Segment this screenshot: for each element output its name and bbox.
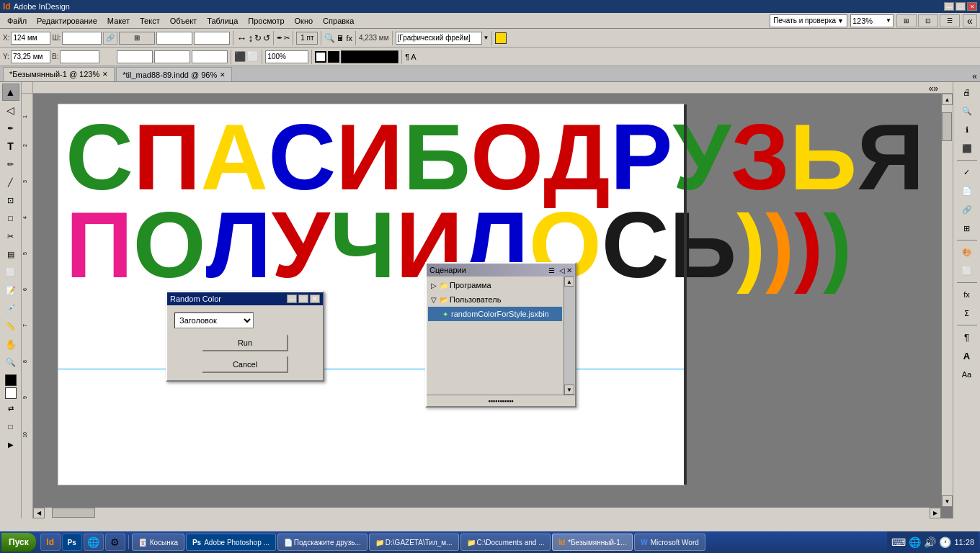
taskbar-icon-misc1[interactable]: 🌐 — [84, 534, 104, 551]
tool-normal-mode[interactable]: □ — [2, 418, 19, 435]
dialog-run-btn[interactable]: Run — [202, 334, 288, 351]
stroke-swatch[interactable] — [328, 51, 339, 63]
taskbar-gazeta[interactable]: 📁 D:\GAZETA\Тил_м... — [369, 534, 459, 551]
fill-color-tool[interactable] — [5, 374, 17, 386]
stroke-color-tool[interactable] — [5, 387, 17, 399]
right-btn-effects[interactable]: fx — [957, 286, 977, 303]
dialog-close-btn[interactable]: ✕ — [310, 295, 320, 303]
align-left-icon[interactable]: ⬛ — [234, 51, 246, 62]
panels-collapse-icon[interactable]: « — [972, 71, 977, 81]
transform-origin[interactable]: ⊞ — [119, 32, 155, 45]
scripts-panel-title[interactable]: Сценарии ☰ ◁ ✕ — [427, 264, 575, 276]
x-scale-input[interactable] — [117, 50, 153, 63]
right-btn-2[interactable]: 🔍 — [957, 102, 977, 120]
taskbar-icon-id[interactable]: Id — [40, 534, 61, 551]
calculator-icon[interactable]: 🖩 — [337, 34, 344, 42]
v-scroll-thumb[interactable] — [942, 112, 952, 141]
right-btn-check[interactable]: ✓ — [957, 163, 977, 181]
tab-til-close[interactable]: ✕ — [220, 71, 226, 78]
frame-type-dropdown[interactable]: [Графический фрейм] — [396, 32, 482, 45]
taskbar-podskajite[interactable]: 📄 Подскажите друзь... — [277, 534, 368, 551]
color-swatch[interactable] — [495, 32, 507, 44]
tool-pen[interactable]: ✒ — [2, 120, 19, 137]
right-btn-color[interactable]: 🎨 — [957, 243, 977, 261]
tool-gradient[interactable]: ▤ — [2, 246, 19, 263]
menu-object[interactable]: Объект — [166, 15, 201, 27]
h-scroll-left-btn[interactable]: ◀ — [33, 508, 45, 518]
right-btn-layers[interactable]: ⬛ — [957, 140, 977, 157]
x-input[interactable] — [11, 32, 50, 45]
menu-window[interactable]: Окно — [290, 15, 318, 27]
taskbar-word[interactable]: W Microsoft Word — [634, 534, 705, 551]
zoom-in-icon[interactable]: 🔍 — [324, 33, 335, 43]
search-dropdown-icon[interactable]: ▼ — [837, 17, 844, 24]
menu-edit[interactable]: Редактирование — [32, 15, 102, 27]
menu-view[interactable]: Просмотр — [244, 15, 288, 27]
y-input[interactable] — [11, 50, 50, 63]
scripts-item-user[interactable]: ▽ 📂 Пользователь — [428, 292, 562, 307]
rotate-ccw-icon[interactable]: ↺ — [263, 33, 270, 43]
scripts-scroll-down[interactable]: ▼ — [564, 385, 574, 395]
rotate-cw-icon[interactable]: ↻ — [254, 33, 262, 43]
taskbar-photoshop[interactable]: Ps Adobe Photoshop ... — [186, 534, 276, 551]
close-button[interactable]: ✕ — [967, 2, 977, 11]
v-scroll-down-btn[interactable]: ▼ — [942, 495, 953, 507]
maximize-button[interactable]: □ — [956, 2, 966, 11]
tool-note[interactable]: 📝 — [2, 282, 19, 299]
rotation2-input[interactable] — [192, 50, 228, 63]
dialog-style-select[interactable]: Заголовок — [174, 313, 254, 328]
tool-measure[interactable]: 📏 — [2, 318, 19, 335]
scripts-panel-collapse-left[interactable]: ◁ — [559, 266, 565, 274]
tool-scissors[interactable]: ✂ — [2, 228, 19, 245]
v-scrollbar[interactable]: ▲ ▼ — [941, 94, 953, 507]
minimize-button[interactable]: — — [944, 2, 954, 11]
right-btn-para[interactable]: ¶ — [957, 328, 977, 346]
height-input[interactable] — [60, 50, 99, 63]
stroke-color-bar[interactable] — [341, 50, 398, 63]
tool-direct-select[interactable]: ◁ — [2, 102, 19, 119]
h-scroll-thumb[interactable] — [52, 508, 95, 518]
flip-h-icon[interactable]: ↔ — [236, 32, 246, 44]
scripts-item-file[interactable]: ✦ randomColorForStyle.jsxbin — [428, 307, 562, 321]
taskbar-icon-ps[interactable]: Ps — [62, 534, 82, 551]
taskbar-unnamed[interactable]: Id *Безымянный-1... — [552, 534, 633, 551]
layout-btn2[interactable]: ⊡ — [918, 14, 938, 27]
taskbar-documents[interactable]: 📁 C:\Documents and ... — [460, 534, 551, 551]
right-btn-table[interactable]: ⊞ — [957, 220, 977, 237]
taskbar-kosinka[interactable]: 🃏 Косынка — [132, 534, 184, 551]
menu-file[interactable]: Файл — [3, 15, 31, 27]
flip-v-icon[interactable]: ↕ — [248, 32, 253, 44]
stroke-width[interactable]: 1 пт — [296, 32, 318, 45]
tool-swap-colors[interactable]: ⇄ — [2, 400, 19, 417]
taskbar-icon-misc2[interactable]: ⚙ — [105, 534, 125, 551]
pen-icon[interactable]: ✒ — [277, 34, 282, 42]
h-scroll-right-btn[interactable]: ▶ — [930, 508, 941, 518]
tool-line[interactable]: ╱ — [2, 174, 19, 191]
menu-table[interactable]: Таблица — [202, 15, 242, 27]
menu-help[interactable]: Справка — [318, 15, 358, 27]
align-right-icon[interactable]: ⬜ — [247, 51, 259, 62]
scripts-scroll-up[interactable]: ▲ — [564, 276, 574, 287]
tab-unnamed-close[interactable]: ✕ — [102, 71, 108, 78]
scissors-icon[interactable]: ✂ — [284, 34, 290, 42]
menu-layout[interactable]: Макет — [103, 15, 134, 27]
opacity-input[interactable]: 100% — [265, 50, 308, 63]
right-btn-5[interactable]: ⬜ — [957, 262, 977, 279]
tool-preview-mode[interactable]: ▶ — [2, 436, 19, 453]
rotation-input[interactable] — [156, 32, 192, 45]
search-print[interactable]: Печать и проверка ▼ — [770, 14, 847, 27]
fx-icon[interactable]: fx — [346, 34, 352, 42]
scripts-panel-menu-icon[interactable]: ☰ — [548, 266, 555, 274]
tab-unnamed[interactable]: *Безымянный-1 @ 123% ✕ — [3, 67, 115, 81]
tab-til[interactable]: *til_mad88-89.indd @ 96% ✕ — [116, 67, 232, 81]
dialog-cancel-btn[interactable]: Cancel — [202, 356, 288, 373]
text-size-icon[interactable]: A — [411, 53, 416, 61]
dialog-title[interactable]: Random Color — □ ✕ — [167, 292, 323, 305]
tool-text[interactable]: T — [2, 138, 19, 155]
panels-collapse-btn[interactable]: «» — [929, 84, 938, 94]
right-btn-font-size[interactable]: Aa — [957, 366, 977, 383]
shear-input[interactable] — [194, 32, 230, 45]
menu-text[interactable]: Текст — [135, 15, 164, 27]
right-btn-links[interactable]: 🔗 — [957, 201, 977, 218]
right-btn-char[interactable]: A — [957, 347, 977, 364]
